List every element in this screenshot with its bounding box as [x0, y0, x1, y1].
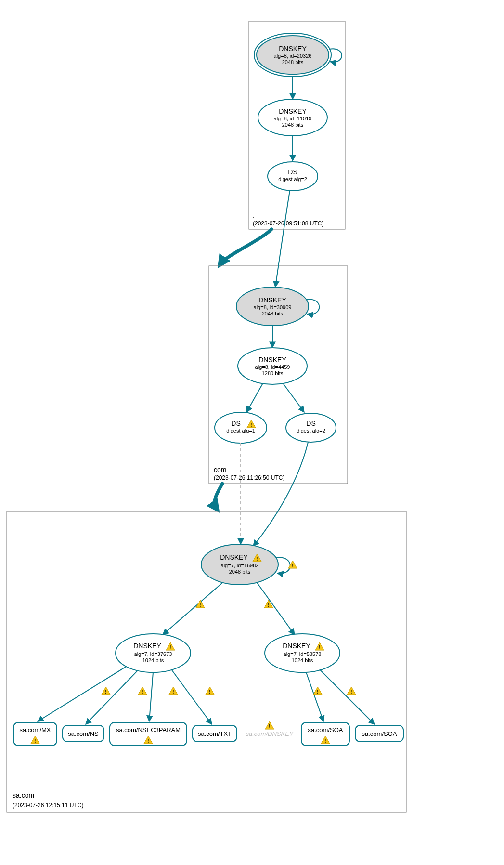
warn-icon: [196, 600, 205, 608]
sa-zone-name: sa.com: [13, 791, 34, 799]
root-zone-name: .: [253, 211, 255, 219]
warn-icon: [313, 687, 322, 695]
com-zone-name: com: [214, 466, 226, 473]
svg-text:DNSKEY: DNSKEY: [279, 45, 307, 52]
svg-text:digest alg=1: digest alg=1: [226, 428, 255, 433]
svg-text:DNSKEY: DNSKEY: [279, 107, 307, 115]
rr-dnskey-ghost: sa.com/DNSKEY: [246, 730, 294, 737]
svg-text:DNSKEY: DNSKEY: [258, 296, 286, 304]
sa-zsk2-node[interactable]: DNSKEY alg=7, id=58578 1024 bits: [265, 634, 340, 672]
warn-icon: [138, 687, 147, 695]
rr-ns[interactable]: sa.com/NS: [63, 725, 104, 742]
svg-text:alg=8, id=20326: alg=8, id=20326: [274, 53, 312, 59]
svg-text:(2023-07-26 11:26:50 UTC): (2023-07-26 11:26:50 UTC): [214, 474, 284, 481]
svg-text:2048 bits: 2048 bits: [229, 569, 251, 575]
warn-icon: [169, 687, 178, 695]
svg-text:1024 bits: 1024 bits: [142, 657, 164, 663]
rr-mx[interactable]: sa.com/MX: [13, 722, 57, 746]
svg-text:DNSKEY: DNSKEY: [133, 642, 161, 650]
rr-nsec3[interactable]: sa.com/NSEC3PARAM: [110, 722, 187, 746]
warn-icon: [264, 600, 273, 608]
sa-zsk1-node[interactable]: DNSKEY alg=7, id=37673 1024 bits: [116, 634, 191, 672]
warn-icon: [102, 687, 110, 695]
svg-text:(2023-07-26 12:15:11 UTC): (2023-07-26 12:15:11 UTC): [13, 802, 83, 809]
sa-ksk-node[interactable]: DNSKEY alg=7, id=16982 2048 bits: [201, 544, 278, 585]
svg-text:sa.com/SOA: sa.com/SOA: [362, 730, 397, 737]
com-ds2-node[interactable]: DS digest alg=2: [286, 413, 336, 442]
svg-text:2048 bits: 2048 bits: [282, 59, 304, 65]
root-ksk-node[interactable]: DNSKEY alg=8, id=20326 2048 bits: [254, 33, 331, 77]
rr-txt[interactable]: sa.com/TXT: [193, 725, 237, 742]
svg-text:sa.com/SOA: sa.com/SOA: [308, 726, 343, 734]
svg-text:alg=8, id=4459: alg=8, id=4459: [255, 364, 290, 370]
warn-icon: [265, 721, 274, 729]
warn-icon: [206, 687, 214, 695]
svg-text:DNSKEY: DNSKEY: [258, 356, 286, 364]
warn-icon: [347, 687, 356, 695]
dnssec-graph: ! . (2023-07-26 09:51:08 UTC) DNSKEY alg…: [0, 0, 504, 865]
svg-text:1024 bits: 1024 bits: [292, 657, 313, 663]
svg-text:alg=8, id=11019: alg=8, id=11019: [274, 116, 312, 121]
svg-text:digest alg=2: digest alg=2: [297, 428, 325, 433]
root-ds-node[interactable]: DS digest alg=2: [268, 162, 318, 191]
svg-text:alg=7, id=37673: alg=7, id=37673: [134, 651, 172, 657]
svg-text:sa.com/NSEC3PARAM: sa.com/NSEC3PARAM: [116, 726, 181, 734]
rr-soa2[interactable]: sa.com/SOA: [355, 725, 403, 742]
com-ksk-node[interactable]: DNSKEY alg=8, id=30909 2048 bits: [236, 287, 309, 326]
svg-text:DNSKEY: DNSKEY: [283, 642, 310, 650]
root-zone-ts: (2023-07-26 09:51:08 UTC): [253, 220, 323, 227]
rr-soa1[interactable]: sa.com/SOA: [301, 722, 349, 746]
svg-text:sa.com/NS: sa.com/NS: [68, 730, 99, 737]
svg-text:sa.com/MX: sa.com/MX: [19, 726, 51, 734]
svg-text:sa.com/TXT: sa.com/TXT: [198, 730, 232, 737]
root-zsk-node[interactable]: DNSKEY alg=8, id=11019 2048 bits: [258, 99, 327, 136]
svg-text:DNSKEY: DNSKEY: [220, 553, 248, 561]
svg-text:DS: DS: [231, 419, 240, 427]
svg-text:digest alg=2: digest alg=2: [278, 176, 307, 182]
svg-text:2048 bits: 2048 bits: [282, 122, 304, 128]
com-ds1-node[interactable]: DS digest alg=1: [215, 412, 267, 443]
svg-text:alg=8, id=30909: alg=8, id=30909: [254, 304, 292, 310]
svg-text:alg=7, id=58578: alg=7, id=58578: [284, 651, 322, 657]
svg-text:1280 bits: 1280 bits: [262, 370, 284, 376]
svg-text:DS: DS: [306, 419, 315, 427]
com-zsk-node[interactable]: DNSKEY alg=8, id=4459 1280 bits: [238, 348, 307, 384]
svg-text:DS: DS: [288, 168, 297, 176]
svg-text:alg=7, id=16982: alg=7, id=16982: [221, 563, 259, 568]
svg-text:2048 bits: 2048 bits: [262, 311, 284, 316]
